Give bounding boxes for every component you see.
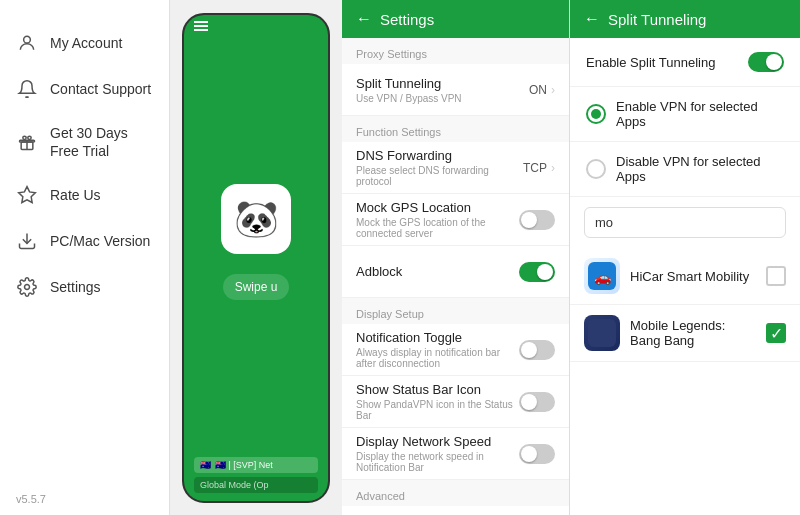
phone-header <box>184 15 328 35</box>
svg-point-1 <box>23 136 26 139</box>
version-text: v5.5.7 <box>16 493 46 505</box>
notification-toggle-title: Notification Toggle <box>356 330 519 345</box>
split-tunneling-subtitle: Use VPN / Bypass VPN <box>356 93 529 104</box>
split-tunneling-back-button[interactable]: ← <box>584 10 600 28</box>
chevron-right-icon: › <box>551 161 555 175</box>
sidebar-item-free-trial[interactable]: Get 30 Days Free Trial <box>0 112 169 172</box>
status-bar-icon-toggle[interactable] <box>519 392 555 412</box>
svg-point-8 <box>25 285 30 290</box>
disable-vpn-label: Disable VPN for selected Apps <box>616 154 784 184</box>
svg-rect-11 <box>588 319 616 347</box>
proxy-port-item[interactable]: Proxy Port 1080 › <box>342 506 569 515</box>
split-tunneling-value: ON <box>529 83 547 97</box>
hicar-checkbox[interactable] <box>766 266 786 286</box>
svg-marker-6 <box>19 187 36 203</box>
swipe-button[interactable]: Swipe u <box>223 274 290 300</box>
adblock-title: Adblock <box>356 264 519 279</box>
status-bar-icon-item[interactable]: Show Status Bar Icon Show PandaVPN icon … <box>342 376 569 428</box>
enable-split-tunneling-label: Enable Split Tunneling <box>586 55 738 70</box>
disable-vpn-selected-row[interactable]: Disable VPN for selected Apps <box>570 142 800 197</box>
notification-toggle[interactable] <box>519 340 555 360</box>
dns-forwarding-subtitle: Please select DNS forwarding protocol <box>356 165 523 187</box>
sidebar-item-label: PC/Mac Version <box>50 232 150 250</box>
phone-main-area: 🐼 Swipe u <box>184 35 328 449</box>
enable-split-tunneling-row[interactable]: Enable Split Tunneling <box>570 38 800 87</box>
settings-header: ← Settings <box>342 0 569 38</box>
radio-dot <box>591 109 601 119</box>
panda-logo: 🐼 <box>221 184 291 254</box>
sidebar-item-my-account[interactable]: My Account <box>0 20 169 66</box>
split-tunneling-panel: ← Split Tunneling Enable Split Tunneling… <box>570 0 800 515</box>
server-badge[interactable]: 🇦🇺 🇦🇺 | [SVP] Net <box>194 457 318 473</box>
mock-gps-item[interactable]: Mock GPS Location Mock the GPS location … <box>342 194 569 246</box>
mobile-legends-app-item[interactable]: 🎮 Mobile Legends: Bang Bang ✓ <box>570 305 800 362</box>
disable-vpn-radio[interactable] <box>586 159 606 179</box>
settings-back-button[interactable]: ← <box>356 10 372 28</box>
split-tunneling-header: ← Split Tunneling <box>570 0 800 38</box>
hicar-app-name: HiCar Smart Mobility <box>630 269 756 284</box>
adblock-toggle[interactable] <box>519 262 555 282</box>
status-bar-icon-title: Show Status Bar Icon <box>356 382 519 397</box>
sidebar-item-rate-us[interactable]: Rate Us <box>0 172 169 218</box>
sidebar-item-label: My Account <box>50 34 122 52</box>
network-speed-title: Display Network Speed <box>356 434 519 449</box>
gear-icon <box>16 276 38 298</box>
sidebar: My Account Contact Support Get 30 Days F… <box>0 0 170 515</box>
mode-badge[interactable]: Global Mode (Op <box>194 477 318 493</box>
dns-forwarding-title: DNS Forwarding <box>356 148 523 163</box>
network-speed-item[interactable]: Display Network Speed Display the networ… <box>342 428 569 480</box>
sidebar-item-label: Settings <box>50 278 101 296</box>
svg-point-2 <box>28 136 31 139</box>
split-tunneling-title: Split Tunneling <box>608 11 706 28</box>
status-bar-icon-subtitle: Show PandaVPN icon in the Status Bar <box>356 399 519 421</box>
split-tunneling-item[interactable]: Split Tunneling Use VPN / Bypass VPN ON … <box>342 64 569 116</box>
mobile-legends-app-name: Mobile Legends: Bang Bang <box>630 318 756 348</box>
hicar-app-icon: 🚗 <box>584 258 620 294</box>
mock-gps-subtitle: Mock the GPS location of the connected s… <box>356 217 519 239</box>
sidebar-item-label: Get 30 Days Free Trial <box>50 124 153 160</box>
sidebar-item-label: Contact Support <box>50 80 151 98</box>
chevron-right-icon: › <box>551 83 555 97</box>
function-settings-label: Function Settings <box>342 116 569 142</box>
adblock-item[interactable]: Adblock <box>342 246 569 298</box>
sidebar-item-pc-mac[interactable]: PC/Mac Version <box>0 218 169 264</box>
enable-vpn-label: Enable VPN for selected Apps <box>616 99 784 129</box>
network-speed-subtitle: Display the network speed in Notificatio… <box>356 451 519 473</box>
star-icon <box>16 184 38 206</box>
notification-toggle-item[interactable]: Notification Toggle Always display in no… <box>342 324 569 376</box>
notification-toggle-subtitle: Always display in notification bar after… <box>356 347 519 369</box>
phone-device: 🐼 Swipe u 🇦🇺 🇦🇺 | [SVP] Net Global Mode … <box>182 13 330 503</box>
advanced-label: Advanced <box>342 480 569 506</box>
enable-split-tunneling-toggle[interactable] <box>748 52 784 72</box>
proxy-settings-label: Proxy Settings <box>342 38 569 64</box>
bell-icon <box>16 78 38 100</box>
hamburger-icon[interactable] <box>194 21 208 31</box>
phone-mockup: 🐼 Swipe u 🇦🇺 🇦🇺 | [SVP] Net Global Mode … <box>170 0 342 515</box>
sidebar-item-label: Rate Us <box>50 186 101 204</box>
svg-point-0 <box>24 36 31 43</box>
vpn-selected-apps-row[interactable]: Enable VPN for selected Apps <box>570 87 800 142</box>
mobile-legends-checkbox[interactable]: ✓ <box>766 323 786 343</box>
mock-gps-toggle[interactable] <box>519 210 555 230</box>
mock-gps-title: Mock GPS Location <box>356 200 519 215</box>
app-search-box[interactable] <box>584 207 786 238</box>
display-setup-label: Display Setup <box>342 298 569 324</box>
gift-icon <box>16 131 38 153</box>
download-icon <box>16 230 38 252</box>
mobile-legends-app-icon: 🎮 <box>584 315 620 351</box>
phone-bottom-bar: 🇦🇺 🇦🇺 | [SVP] Net Global Mode (Op <box>184 449 328 501</box>
hicar-app-item[interactable]: 🚗 HiCar Smart Mobility <box>570 248 800 305</box>
svg-text:🚗: 🚗 <box>594 269 612 286</box>
sidebar-item-settings[interactable]: Settings <box>0 264 169 310</box>
app-search-input[interactable] <box>595 215 775 230</box>
enable-vpn-radio[interactable] <box>586 104 606 124</box>
sidebar-item-contact-support[interactable]: Contact Support <box>0 66 169 112</box>
dns-forwarding-value: TCP <box>523 161 547 175</box>
split-tunneling-title: Split Tunneling <box>356 76 529 91</box>
account-icon <box>16 32 38 54</box>
network-speed-toggle[interactable] <box>519 444 555 464</box>
settings-title: Settings <box>380 11 434 28</box>
settings-panel: ← Settings Proxy Settings Split Tunnelin… <box>342 0 570 515</box>
dns-forwarding-item[interactable]: DNS Forwarding Please select DNS forward… <box>342 142 569 194</box>
